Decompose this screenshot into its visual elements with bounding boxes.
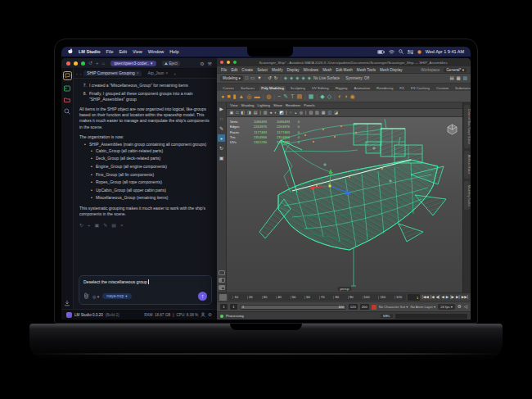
settings-gear-icon[interactable]: ⚙ bbox=[200, 61, 204, 66]
timeline-tick[interactable]: 80 bbox=[333, 296, 339, 299]
textured-icon[interactable]: ◐ bbox=[274, 111, 277, 115]
lighting-icon[interactable]: ○ bbox=[289, 111, 292, 115]
range-slider[interactable]: 1120 bbox=[240, 305, 346, 310]
playback-options-icon[interactable]: ⚙ bbox=[458, 305, 462, 310]
auto-keyframe-icon[interactable] bbox=[372, 305, 376, 310]
panel-menu-item[interactable]: Renderer bbox=[286, 103, 300, 107]
outliner-toggle-icon[interactable]: ▤ bbox=[449, 76, 453, 81]
delete-icon[interactable]: × bbox=[120, 222, 124, 229]
current-frame-field[interactable]: 1 bbox=[408, 294, 420, 301]
eject-model-button[interactable]: Eject bbox=[162, 61, 180, 66]
lasso-tool-icon[interactable]: ◌ bbox=[218, 115, 225, 122]
shelf-separator[interactable]: | bbox=[316, 93, 318, 99]
type-tool-icon[interactable]: T bbox=[291, 93, 294, 99]
attach-file-icon[interactable] bbox=[83, 292, 89, 300]
resolution-gate-icon[interactable]: ◫ bbox=[327, 111, 332, 115]
minimize-window-button[interactable] bbox=[227, 61, 230, 64]
maya-menu-item[interactable]: Mesh bbox=[322, 68, 331, 72]
timeline-tick[interactable]: 110 bbox=[378, 296, 385, 299]
poly-cylinder-icon[interactable]: ▮ bbox=[232, 93, 236, 99]
image-plane-icon[interactable]: ▤ bbox=[296, 93, 302, 99]
step-forward-key-button[interactable]: ▶| bbox=[456, 296, 460, 300]
boolean-icon[interactable]: ◉ bbox=[349, 93, 354, 99]
recording-indicator-icon[interactable] bbox=[417, 50, 422, 54]
timeline-tick[interactable]: 30 bbox=[262, 296, 268, 299]
anim-layer-selector[interactable]: No Anim Layer ▾ bbox=[410, 305, 435, 309]
panel-tab-vertical[interactable]: Attribute Editor bbox=[464, 151, 470, 179]
workspace-selector[interactable]: General* ▾ bbox=[444, 68, 467, 72]
wifi-icon[interactable] bbox=[389, 50, 394, 54]
play-forwards-button[interactable]: ▶ bbox=[446, 296, 449, 300]
maya-menu-item[interactable]: File bbox=[221, 68, 227, 72]
move-tool-icon[interactable]: + bbox=[218, 134, 225, 142]
timeline-tick[interactable]: 90 bbox=[348, 296, 354, 299]
animation-end-field[interactable]: 200 bbox=[360, 304, 369, 310]
rotate-tool-icon[interactable]: ↻ bbox=[218, 144, 225, 152]
status-settings-icon[interactable]: ⚙ bbox=[208, 312, 212, 317]
timeline-tick[interactable]: 40 bbox=[276, 296, 282, 299]
fps-selector[interactable]: 24 fps ▾ bbox=[438, 304, 455, 310]
bookmark-icon[interactable]: ◨ bbox=[247, 111, 252, 115]
mel-language-toggle[interactable]: MEL bbox=[381, 314, 393, 318]
sidebar-item-my-models[interactable] bbox=[64, 97, 70, 103]
timeline-tick[interactable]: 50 bbox=[291, 296, 296, 299]
poly-plane-icon[interactable]: ▬ bbox=[254, 93, 259, 99]
bevel-icon[interactable]: ◐ bbox=[338, 93, 341, 99]
select-camera-icon[interactable]: ▣ bbox=[229, 111, 234, 115]
layout-two-pane-button[interactable] bbox=[219, 278, 225, 283]
new-tab-button[interactable]: + bbox=[174, 71, 176, 76]
apple-menu-icon[interactable] bbox=[68, 48, 73, 55]
close-tab-icon[interactable]: × bbox=[137, 71, 139, 75]
timeline-tick[interactable]: 10 bbox=[232, 296, 238, 299]
copy-icon[interactable]: ▣ bbox=[95, 222, 100, 229]
timeline-tick[interactable]: 60 bbox=[304, 296, 310, 299]
toolbar-separator[interactable]: | bbox=[264, 76, 265, 81]
maya-menu-item[interactable]: Modify bbox=[272, 68, 283, 72]
maya-menu-item[interactable]: Display bbox=[286, 68, 299, 72]
developer-tools-icon[interactable]: ⚒ bbox=[208, 61, 212, 66]
menubar-menu-item[interactable]: Window bbox=[148, 49, 165, 54]
new-chat-icon[interactable]: + bbox=[96, 61, 99, 66]
platonic-solid-icon[interactable]: ◍ bbox=[266, 93, 271, 99]
send-button[interactable]: ↑ bbox=[198, 292, 207, 301]
poly-cube-icon[interactable]: ■ bbox=[227, 93, 230, 99]
scale-tool-icon[interactable]: ▣ bbox=[218, 154, 225, 161]
select-tool-icon[interactable]: ▶ bbox=[218, 105, 225, 112]
history-icon[interactable]: ↺ bbox=[88, 61, 92, 66]
shelf-separator[interactable]: | bbox=[262, 93, 264, 99]
image-plane-icon[interactable]: ▤ bbox=[253, 111, 258, 115]
editor-toggle-icon[interactable]: ▦ bbox=[457, 76, 461, 81]
menubar-menu-item[interactable]: Edit bbox=[119, 49, 126, 54]
layout-four-pane-button[interactable] bbox=[219, 285, 225, 290]
maya-menu-item[interactable]: Select bbox=[257, 68, 268, 72]
wireframe-icon[interactable]: ▥ bbox=[263, 111, 268, 115]
gate-mask-icon[interactable]: ◪ bbox=[334, 111, 339, 115]
battery-icon[interactable] bbox=[377, 50, 385, 54]
make-live-icon[interactable]: ◈ bbox=[308, 76, 311, 81]
tabs-forward-icon[interactable]: › bbox=[80, 71, 82, 76]
shelf-separator[interactable]: | bbox=[334, 93, 336, 99]
maya-menu-item[interactable]: Create bbox=[241, 68, 253, 72]
character-set-selector[interactable]: No Character Set ▾ bbox=[379, 305, 408, 309]
poly-sphere-icon[interactable]: ● bbox=[221, 93, 224, 99]
snap-curve-icon[interactable]: ◈ bbox=[290, 76, 293, 81]
poly-torus-icon[interactable]: ◎ bbox=[246, 93, 251, 99]
control-center-icon[interactable] bbox=[408, 50, 413, 54]
sweep-mesh-icon[interactable]: ~ bbox=[277, 93, 281, 99]
shelf-separator[interactable]: | bbox=[273, 93, 275, 99]
toolbar-separator[interactable]: | bbox=[280, 76, 281, 81]
mute-icon[interactable]: ◁ bbox=[464, 305, 467, 310]
continue-icon[interactable]: + bbox=[88, 222, 91, 229]
smooth-icon[interactable]: ◑ bbox=[344, 93, 347, 99]
menubar-menu-item[interactable]: View bbox=[133, 49, 142, 54]
symmetry-label[interactable]: Symmetry: Off bbox=[345, 76, 369, 80]
redo-icon[interactable]: ↻ bbox=[274, 76, 278, 81]
chat-transcript[interactable]: 7. I created a "Miscellaneous_Group" for… bbox=[74, 79, 217, 272]
maya-menu-item[interactable]: Mesh Display bbox=[380, 68, 403, 72]
time-slider[interactable]: 102030405060708090100110120 1 |◀◀|◀◀|◀▶|… bbox=[217, 292, 471, 302]
spotlight-icon[interactable] bbox=[399, 49, 404, 54]
message-input[interactable]: Deselect the miscellaneous group ◎ ▾ may… bbox=[79, 275, 212, 305]
menubar-menu-item[interactable]: File bbox=[106, 49, 114, 54]
lock-camera-icon[interactable]: □ bbox=[236, 111, 239, 115]
panel-menu-item[interactable]: Panels bbox=[304, 103, 314, 107]
